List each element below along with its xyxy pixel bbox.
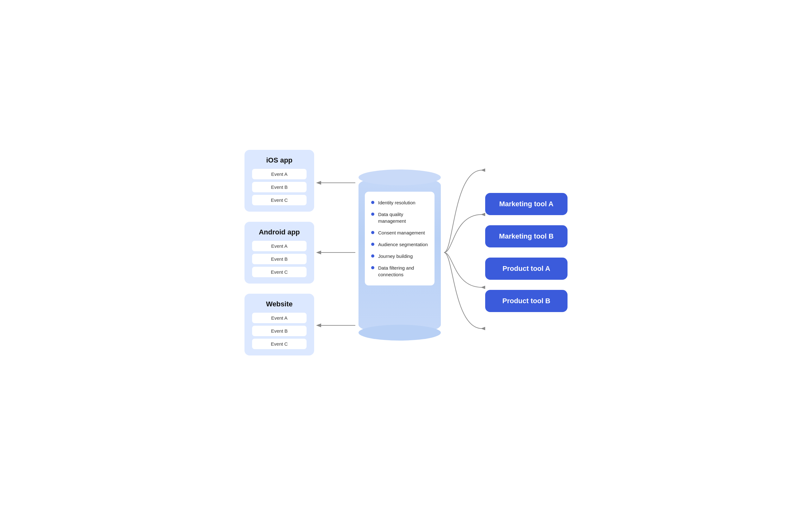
event-item-2-0: Event A [252, 313, 307, 323]
event-item-2-1: Event B [252, 326, 307, 336]
event-item-0-0: Event A [252, 169, 307, 179]
cylinder-top [359, 169, 441, 185]
destination-box-3: Product tool B [485, 290, 568, 312]
source-box-2: WebsiteEvent AEvent BEvent C [244, 294, 314, 355]
left-arrows-svg [314, 142, 355, 363]
destination-box-2: Product tool A [485, 258, 568, 280]
destination-title-0: Marketing tool A [495, 200, 557, 208]
source-title-0: iOS app [252, 156, 307, 164]
source-title-2: Website [252, 300, 307, 308]
feature-text-0: Identity resolution [378, 199, 415, 206]
destination-title-1: Marketing tool B [495, 232, 557, 240]
feature-item-2: Consent management [371, 229, 428, 236]
event-item-0-2: Event C [252, 195, 307, 205]
feature-item-1: Data quality management [371, 211, 428, 224]
event-item-1-1: Event B [252, 254, 307, 264]
feature-text-3: Audience segmentation [378, 241, 428, 248]
event-item-0-1: Event B [252, 182, 307, 192]
destinations-column: Marketing tool AMarketing tool BProduct … [485, 193, 568, 312]
cylinder-bottom [359, 325, 441, 341]
bullet-dot-1 [371, 212, 374, 216]
event-item-2-2: Event C [252, 339, 307, 349]
feature-text-4: Journey building [378, 253, 413, 260]
bullet-dot-3 [371, 243, 374, 246]
center-column: Identity resolutionData quality manageme… [355, 171, 444, 334]
diagram: iOS appEvent AEvent BEvent CAndroid appE… [184, 142, 628, 363]
event-item-1-0: Event A [252, 241, 307, 251]
feature-item-4: Journey building [371, 253, 428, 260]
event-item-1-2: Event C [252, 267, 307, 277]
source-title-1: Android app [252, 228, 307, 236]
destination-box-0: Marketing tool A [485, 193, 568, 215]
cylinder-inner-box: Identity resolutionData quality manageme… [365, 192, 434, 286]
bullet-dot-4 [371, 255, 374, 258]
feature-item-5: Data filtering and connections [371, 265, 428, 278]
feature-item-3: Audience segmentation [371, 241, 428, 248]
source-box-1: Android appEvent AEvent BEvent C [244, 222, 314, 284]
bullet-dot-5 [371, 266, 374, 269]
feature-text-2: Consent management [378, 229, 425, 236]
cylinder-body: Identity resolutionData quality manageme… [359, 176, 441, 334]
bullet-dot-0 [371, 201, 374, 204]
destination-title-3: Product tool B [495, 297, 557, 305]
destination-title-2: Product tool A [495, 265, 557, 273]
right-arrows-svg [444, 142, 485, 363]
bullet-dot-2 [371, 231, 374, 234]
feature-text-5: Data filtering and connections [378, 265, 428, 278]
sources-column: iOS appEvent AEvent BEvent CAndroid appE… [244, 150, 314, 355]
feature-text-1: Data quality management [378, 211, 428, 224]
destination-box-1: Marketing tool B [485, 225, 568, 247]
source-box-0: iOS appEvent AEvent BEvent C [244, 150, 314, 212]
feature-item-0: Identity resolution [371, 199, 428, 206]
